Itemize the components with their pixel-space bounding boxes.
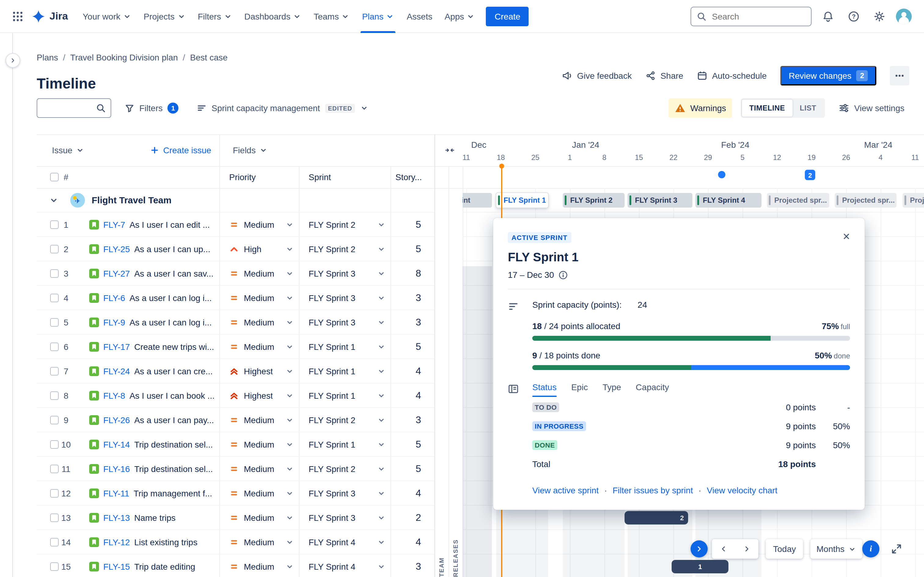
story-points-value[interactable]: 2 xyxy=(391,512,435,523)
filters-button[interactable]: Filters 1 xyxy=(120,98,183,118)
row-checkbox[interactable] xyxy=(50,513,59,522)
story-points-value[interactable]: 5 xyxy=(391,439,435,450)
expand-sidebar-button[interactable] xyxy=(5,53,20,68)
column-header-story-points[interactable]: Story... xyxy=(391,172,435,182)
sprint-select[interactable]: FLY Sprint 4 xyxy=(299,537,391,547)
warnings-button[interactable]: Warnings xyxy=(668,98,732,118)
releases-strip[interactable]: RELEASES xyxy=(449,166,463,577)
breadcrumb-plans[interactable]: Plans xyxy=(37,53,58,62)
priority-select[interactable]: Medium xyxy=(220,488,299,498)
row-checkbox[interactable] xyxy=(50,391,59,400)
priority-select[interactable]: Medium xyxy=(220,464,299,474)
sprint-select[interactable]: FLY Sprint 3 xyxy=(299,268,391,278)
sprint-bar-fly-sprint-4[interactable]: FLY Sprint 4 xyxy=(695,193,761,208)
row-checkbox[interactable] xyxy=(50,293,59,302)
create-button[interactable]: Create xyxy=(486,6,529,26)
column-header-sprint[interactable]: Sprint xyxy=(299,172,391,182)
row-checkbox[interactable] xyxy=(50,538,59,546)
row-checkbox[interactable] xyxy=(50,489,59,497)
sprint-select[interactable]: FLY Sprint 2 xyxy=(299,219,391,229)
give-feedback-button[interactable]: Give feedback xyxy=(562,70,632,81)
row-checkbox[interactable] xyxy=(50,269,59,277)
team-group-row[interactable]: ✈ Flight Travel Team xyxy=(37,188,435,213)
row-checkbox[interactable] xyxy=(50,318,59,326)
priority-select[interactable]: Medium xyxy=(220,342,299,351)
milestone-dot[interactable] xyxy=(718,171,725,178)
story-points-value[interactable]: 3 xyxy=(391,414,435,425)
create-issue-button[interactable]: Create issue xyxy=(150,145,211,155)
sprint-bar-projected-spr-[interactable]: Projected spr... xyxy=(767,193,829,208)
priority-select[interactable]: Highest xyxy=(220,366,299,376)
story-points-value[interactable]: 5 xyxy=(391,243,435,254)
fields-menu[interactable]: Fields xyxy=(233,145,268,155)
issue-key-link[interactable]: FLY-15 xyxy=(103,561,130,571)
issue-key-link[interactable]: FLY-17 xyxy=(103,342,130,351)
story-points-value[interactable]: 5 xyxy=(391,219,435,230)
issue-key-link[interactable]: FLY-12 xyxy=(103,537,130,547)
auto-schedule-button[interactable]: Auto-schedule xyxy=(697,70,767,81)
breadcrumb-scenario[interactable]: Best case xyxy=(190,53,228,62)
plan-search-input[interactable] xyxy=(42,103,96,114)
issue-key-link[interactable]: FLY-25 xyxy=(103,244,130,254)
sprint-bar-int[interactable]: int xyxy=(463,193,492,208)
story-points-value[interactable]: 5 xyxy=(391,341,435,352)
nav-item-assets[interactable]: Assets xyxy=(401,0,438,33)
sprint-select[interactable]: FLY Sprint 3 xyxy=(299,317,391,327)
zoom-level-dropdown[interactable]: Months xyxy=(810,539,862,559)
story-points-value[interactable]: 4 xyxy=(391,537,435,547)
tab-type[interactable]: Type xyxy=(603,382,621,392)
tab-status[interactable]: Status xyxy=(532,382,556,392)
milestone-count-badge[interactable]: 2 xyxy=(805,170,815,180)
sprint-bar-projected-spr-[interactable]: Projected spr... xyxy=(835,193,897,208)
sprint-select[interactable]: FLY Sprint 3 xyxy=(299,488,391,498)
priority-select[interactable]: Medium xyxy=(220,415,299,425)
row-checkbox[interactable] xyxy=(50,245,59,253)
info-icon[interactable] xyxy=(558,270,567,279)
story-points-value[interactable]: 4 xyxy=(391,488,435,498)
row-checkbox[interactable] xyxy=(50,416,59,424)
tab-epic[interactable]: Epic xyxy=(571,382,588,392)
nav-item-projects[interactable]: Projects xyxy=(137,0,192,33)
app-switcher-icon[interactable] xyxy=(8,7,27,25)
sprint-bar-fly-sprint-3[interactable]: FLY Sprint 3 xyxy=(628,193,692,208)
issue-key-link[interactable]: FLY-6 xyxy=(103,293,125,303)
scroll-right-button[interactable] xyxy=(735,539,758,559)
search-input[interactable] xyxy=(711,11,806,22)
sprint-bar-fly-sprint-1[interactable]: FLY Sprint 1 xyxy=(496,193,548,208)
help-icon[interactable]: ? xyxy=(845,7,863,25)
row-checkbox[interactable] xyxy=(50,367,59,375)
row-checkbox[interactable] xyxy=(50,342,59,351)
sprint-select[interactable]: FLY Sprint 1 xyxy=(299,342,391,351)
row-checkbox[interactable] xyxy=(50,220,59,229)
settings-gear-icon[interactable] xyxy=(870,7,888,25)
priority-select[interactable]: Medium xyxy=(220,561,299,571)
link-view-velocity-chart[interactable]: View velocity chart xyxy=(707,485,777,495)
link-filter-issues-by-sprint[interactable]: Filter issues by sprint xyxy=(613,485,693,495)
issue-key-link[interactable]: FLY-11 xyxy=(103,488,129,498)
issue-key-link[interactable]: FLY-16 xyxy=(103,464,130,474)
collapse-fields-icon[interactable] xyxy=(444,144,456,156)
story-points-value[interactable]: 4 xyxy=(391,390,435,401)
sprint-select[interactable]: FLY Sprint 2 xyxy=(299,464,391,474)
timeline-toggle[interactable]: TIMELINE xyxy=(742,100,792,117)
sprint-select[interactable]: FLY Sprint 1 xyxy=(299,439,391,449)
issue-key-link[interactable]: FLY-8 xyxy=(103,390,125,400)
share-button[interactable]: Share xyxy=(645,70,683,81)
info-button[interactable]: i xyxy=(862,540,879,558)
row-checkbox[interactable] xyxy=(50,440,59,448)
sprint-select[interactable]: FLY Sprint 3 xyxy=(299,293,391,303)
story-points-value[interactable]: 4 xyxy=(391,366,435,376)
sprint-select[interactable]: FLY Sprint 3 xyxy=(299,513,391,522)
user-avatar[interactable] xyxy=(896,8,912,24)
story-points-value[interactable]: 3 xyxy=(391,561,435,572)
priority-select[interactable]: Medium xyxy=(220,268,299,278)
sprint-select[interactable]: FLY Sprint 1 xyxy=(299,390,391,400)
plan-search-field[interactable] xyxy=(37,98,111,118)
priority-select[interactable]: Medium xyxy=(220,219,299,229)
nav-item-teams[interactable]: Teams xyxy=(307,0,356,33)
nav-item-apps[interactable]: Apps xyxy=(438,0,481,33)
scroll-left-button[interactable] xyxy=(712,539,735,559)
close-icon[interactable]: × xyxy=(838,228,855,245)
row-checkbox[interactable] xyxy=(50,562,59,571)
global-search[interactable] xyxy=(691,6,812,26)
